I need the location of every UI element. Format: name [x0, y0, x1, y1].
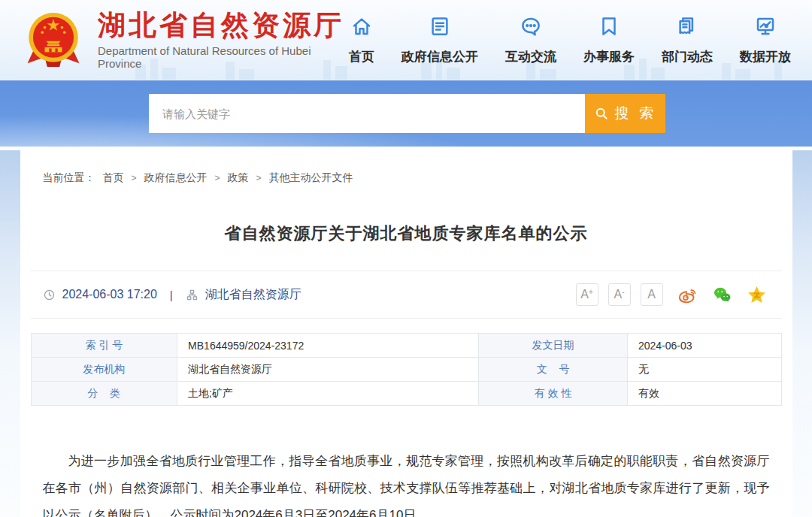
info-doc-icon [429, 15, 451, 41]
breadcrumb-item-home[interactable]: 首页 [103, 171, 124, 185]
meta-label: 有 效 性 [479, 382, 628, 406]
nav-item-services[interactable]: 办事服务 [583, 15, 635, 65]
search-button[interactable]: 搜 索 [585, 94, 665, 133]
meta-label: 发文日期 [479, 334, 628, 358]
meta-value: 无 [627, 358, 781, 382]
search-icon [594, 106, 609, 121]
breadcrumb-item-policy[interactable]: 政策 [228, 171, 249, 185]
font-decrease-button[interactable]: A- [608, 283, 631, 306]
search-banner: 搜 索 [0, 80, 812, 147]
home-icon [350, 15, 373, 41]
main-nav: 首页 政府信息公开 互动交流 办事服务 部门动态 [349, 15, 791, 65]
nav-item-home[interactable]: 首页 [349, 15, 374, 65]
breadcrumb-item-other-docs[interactable]: 其他主动公开文件 [269, 171, 353, 185]
nav-label: 政府信息公开 [401, 48, 478, 65]
document-meta-table: 索 引 号 MB1644959/2024-23172 发文日期 2024-06-… [31, 333, 782, 406]
nav-label: 办事服务 [583, 48, 635, 65]
site-title: 湖北省自然资源厅 [98, 10, 349, 42]
nav-item-department-news[interactable]: 部门动态 [662, 15, 713, 65]
nav-label: 互动交流 [505, 48, 556, 65]
monitor-icon [754, 15, 777, 41]
font-reset-button[interactable]: A [641, 283, 663, 306]
clock-icon [43, 289, 56, 301]
meta-value: 有效 [627, 382, 781, 406]
meta-label: 分 类 [31, 382, 177, 406]
article-title: 省自然资源厅关于湖北省地质专家库名单的公示 [20, 222, 792, 245]
search-button-label: 搜 索 [615, 104, 656, 123]
source-organization[interactable]: 湖北省自然资源厅 [205, 287, 301, 303]
meta-label: 索 引 号 [31, 334, 177, 358]
publish-datetime: 2024-06-03 17:20 [62, 288, 157, 301]
wechat-icon[interactable] [712, 285, 732, 305]
page-background: 当前位置： 首页 > 政府信息公开 > 政策 > 其他主动公开文件 省自然资源厅… [0, 150, 812, 517]
search-input[interactable] [149, 94, 585, 133]
meta-label: 发布机构 [31, 358, 177, 382]
meta-separator: | [170, 289, 173, 301]
nav-label: 部门动态 [662, 48, 713, 65]
qzone-star-icon[interactable] [747, 285, 767, 305]
breadcrumb-separator: > [215, 173, 220, 183]
meta-value: 2024-06-03 [627, 334, 781, 358]
article-meta-row: 2024-06-03 17:20 | 湖北省自然资源厅 A+ A- A [20, 271, 792, 318]
breadcrumb-separator: > [132, 173, 137, 183]
organization-icon [186, 289, 198, 301]
nav-item-open-data[interactable]: 数据开放 [740, 15, 791, 65]
meta-label: 文 号 [479, 358, 628, 382]
nav-label: 首页 [349, 48, 374, 65]
breadcrumb-item-gov-info[interactable]: 政府信息公开 [144, 171, 208, 185]
table-row: 索 引 号 MB1644959/2024-23172 发文日期 2024-06-… [31, 334, 781, 358]
weibo-icon[interactable] [677, 285, 698, 305]
nav-item-gov-info[interactable]: 政府信息公开 [401, 15, 478, 65]
breadcrumb-separator: > [256, 173, 262, 183]
site-header: 湖北省自然资源厅 Department of Natural Resources… [0, 0, 812, 80]
table-row: 发布机构 湖北省自然资源厅 文 号 无 [31, 358, 781, 382]
table-row: 分 类 土地;矿产 有 效 性 有效 [31, 382, 781, 406]
article-body-paragraph: 为进一步加强全省地质行业管理工作，指导全省地质事业，规范专家管理，按照机构改革后… [20, 448, 792, 517]
breadcrumb-prefix: 当前位置： [43, 171, 95, 185]
nav-item-interaction[interactable]: 互动交流 [505, 15, 556, 65]
font-increase-button[interactable]: A+ [576, 283, 598, 306]
meta-value: 湖北省自然资源厅 [177, 358, 479, 382]
national-emblem-logo [23, 7, 84, 73]
nav-label: 数据开放 [740, 48, 791, 65]
bookmark-icon [598, 15, 620, 41]
meta-value: 土地;矿产 [177, 382, 479, 406]
content-card: 当前位置： 首页 > 政府信息公开 > 政策 > 其他主动公开文件 省自然资源厅… [20, 150, 792, 517]
search-bar: 搜 索 [149, 94, 665, 133]
chat-icon [520, 15, 542, 41]
breadcrumb: 当前位置： 首页 > 政府信息公开 > 政策 > 其他主动公开文件 [20, 150, 792, 185]
docs-icon [676, 15, 698, 41]
meta-value: MB1644959/2024-23172 [177, 334, 479, 358]
site-subtitle: Department of Natural Resources of Hubei… [98, 44, 349, 70]
